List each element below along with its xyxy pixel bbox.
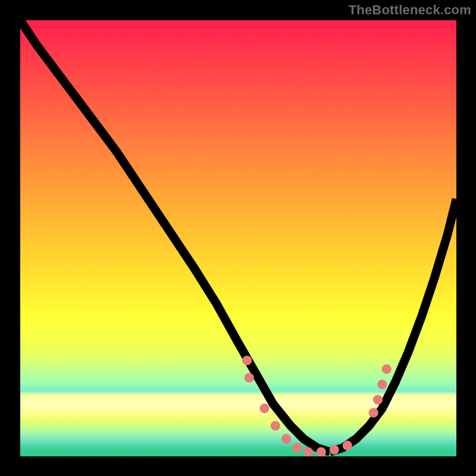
chart-frame: TheBottleneck.com: [0, 0, 476, 476]
dot: [281, 434, 291, 444]
curve-left: [20, 20, 330, 452]
dot: [330, 445, 339, 455]
dot: [369, 408, 378, 418]
attribution-text: TheBottleneck.com: [349, 2, 471, 18]
dot: [373, 395, 383, 405]
dot: [245, 373, 254, 383]
chart-svg: [20, 20, 456, 456]
highlight-dots: [242, 356, 392, 456]
dot: [242, 356, 252, 365]
dot: [317, 447, 326, 456]
curve-right: [330, 199, 456, 452]
dot: [259, 403, 269, 413]
dot: [377, 380, 387, 389]
dot: [382, 364, 392, 374]
dot: [343, 441, 352, 450]
dot: [303, 447, 313, 456]
dot: [271, 421, 280, 431]
dot: [292, 443, 302, 452]
